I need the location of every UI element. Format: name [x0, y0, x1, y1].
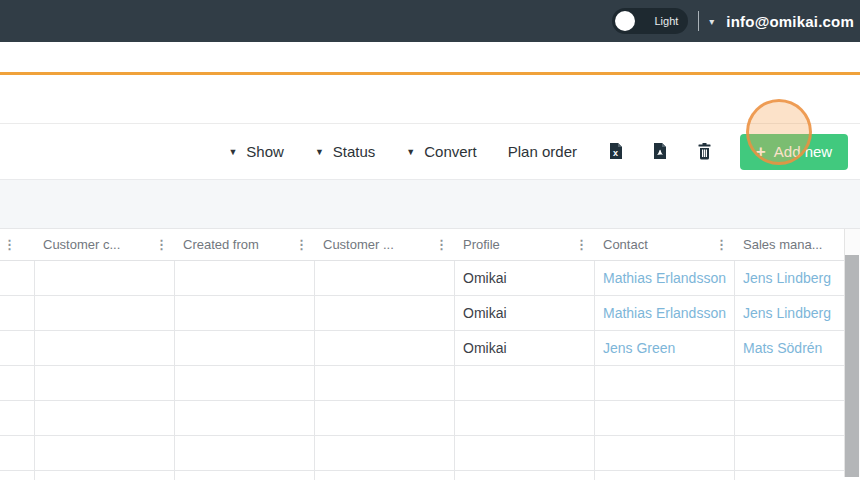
vertical-scrollbar-thumb[interactable]	[845, 255, 859, 477]
table-row[interactable]: OmikaiMathias ErlandssonJens Lindberg	[0, 261, 844, 296]
table-row[interactable]	[0, 471, 844, 480]
cell-created-from	[175, 331, 315, 366]
cell-sales-manager-link[interactable]: Mats Södrén	[743, 340, 822, 356]
header-cell-created-from: Created from ⋮	[175, 229, 315, 260]
cell-profile: Omikai	[455, 296, 595, 331]
header-cell-sales-manager: Sales mana...	[735, 229, 844, 260]
cell-customer-2	[315, 471, 455, 480]
cell-customer-2	[315, 296, 455, 331]
table-row[interactable]	[0, 401, 844, 436]
kebab-icon[interactable]: ⋮	[712, 238, 731, 251]
user-email[interactable]: info@omikai.com	[726, 13, 854, 30]
cell-sales-manager-link[interactable]: Jens Lindberg	[743, 270, 831, 286]
vertical-scrollbar-track[interactable]	[844, 229, 860, 477]
show-dropdown[interactable]: ▼ Show	[228, 143, 283, 160]
add-new-button-label: Add new	[774, 143, 832, 160]
table-body: OmikaiMathias ErlandssonJens LindbergOmi…	[0, 261, 844, 480]
user-menu-chevron-down-icon[interactable]: ▾	[709, 16, 714, 27]
cell-created-from	[175, 436, 315, 471]
kebab-icon[interactable]: ⋮	[0, 238, 19, 251]
cell-customer-2	[315, 436, 455, 471]
kebab-icon[interactable]: ⋮	[572, 238, 591, 251]
cell-contact	[595, 471, 735, 480]
cell-profile: Omikai	[455, 331, 595, 366]
status-dropdown-label: Status	[333, 143, 376, 160]
header-cell-profile: Profile ⋮	[455, 229, 595, 260]
cell-customer-c	[35, 401, 175, 436]
convert-dropdown[interactable]: ▼ Convert	[406, 143, 476, 160]
cell-profile	[455, 366, 595, 401]
column-title: Customer ...	[323, 237, 394, 252]
cell-contact-link[interactable]: Jens Green	[603, 340, 675, 356]
cell-contact: Jens Green	[595, 331, 735, 366]
cell-profile	[455, 436, 595, 471]
theme-toggle[interactable]: Light	[612, 8, 688, 34]
group-by-panel	[0, 179, 860, 229]
excel-export-icon[interactable]: x	[608, 143, 624, 161]
chevron-down-icon: ▼	[228, 147, 237, 157]
cell-actions	[0, 331, 35, 366]
table-row[interactable]: OmikaiMathias ErlandssonJens Lindberg	[0, 296, 844, 331]
cell-customer-c	[35, 296, 175, 331]
table-header-row: ⋮ Customer c... ⋮ Created from ⋮ Custome…	[0, 229, 844, 261]
cell-contact: Mathias Erlandsson	[595, 261, 735, 296]
cell-actions	[0, 261, 35, 296]
cell-contact: Mathias Erlandsson	[595, 296, 735, 331]
svg-text:x: x	[613, 148, 618, 158]
column-title: Customer c...	[43, 237, 120, 252]
cell-customer-c	[35, 331, 175, 366]
column-title: Profile	[463, 237, 500, 252]
status-dropdown[interactable]: ▼ Status	[315, 143, 375, 160]
pdf-export-icon[interactable]	[652, 143, 668, 161]
top-bar: Light ▾ info@omikai.com	[0, 0, 860, 42]
trash-icon[interactable]	[696, 143, 712, 161]
crm-page: Light ▾ info@omikai.com ▼ Show ▼ Status …	[0, 0, 860, 480]
add-new-button[interactable]: + Add new	[740, 134, 848, 170]
header-cell-customer-2: Customer ... ⋮	[315, 229, 455, 260]
cell-sales-manager: Jens Lindberg	[735, 261, 844, 296]
cell-sales-manager	[735, 436, 844, 471]
column-title: Contact	[603, 237, 648, 252]
plan-order-button[interactable]: Plan order	[508, 143, 577, 160]
table-row[interactable]: OmikaiJens GreenMats Södrén	[0, 331, 844, 366]
column-title: Sales mana...	[743, 237, 823, 252]
accent-divider	[0, 42, 860, 75]
kebab-icon[interactable]: ⋮	[152, 238, 171, 251]
theme-toggle-label: Light	[654, 15, 678, 27]
cell-actions	[0, 296, 35, 331]
toggle-knob[interactable]	[615, 11, 635, 31]
cell-sales-manager-link[interactable]: Jens Lindberg	[743, 305, 831, 321]
cell-contact	[595, 436, 735, 471]
show-dropdown-label: Show	[246, 143, 284, 160]
table-row[interactable]	[0, 366, 844, 401]
cell-profile: Omikai	[455, 261, 595, 296]
kebab-icon[interactable]: ⋮	[292, 238, 311, 251]
topbar-divider	[698, 11, 699, 31]
header-cell-customer-c: Customer c... ⋮	[35, 229, 175, 260]
customers-table: ⋮ Customer c... ⋮ Created from ⋮ Custome…	[0, 229, 860, 480]
chevron-down-icon: ▼	[315, 147, 324, 157]
cell-created-from	[175, 366, 315, 401]
cell-actions	[0, 401, 35, 436]
cell-profile	[455, 401, 595, 436]
cell-customer-2	[315, 261, 455, 296]
cell-customer-c	[35, 261, 175, 296]
kebab-icon[interactable]: ⋮	[432, 238, 451, 251]
cell-actions	[0, 436, 35, 471]
cell-customer-c	[35, 366, 175, 401]
cell-contact-link[interactable]: Mathias Erlandsson	[603, 305, 726, 321]
chevron-down-icon: ▼	[406, 147, 415, 157]
header-spacer	[0, 75, 860, 124]
cell-created-from	[175, 471, 315, 480]
cell-created-from	[175, 296, 315, 331]
cell-created-from	[175, 401, 315, 436]
cell-contact	[595, 401, 735, 436]
cell-created-from	[175, 261, 315, 296]
header-cell-actions: ⋮	[0, 229, 35, 260]
table-row[interactable]	[0, 436, 844, 471]
cell-sales-manager	[735, 366, 844, 401]
cell-contact-link[interactable]: Mathias Erlandsson	[603, 270, 726, 286]
cell-customer-2	[315, 401, 455, 436]
cell-sales-manager: Mats Södrén	[735, 331, 844, 366]
cell-customer-c	[35, 436, 175, 471]
